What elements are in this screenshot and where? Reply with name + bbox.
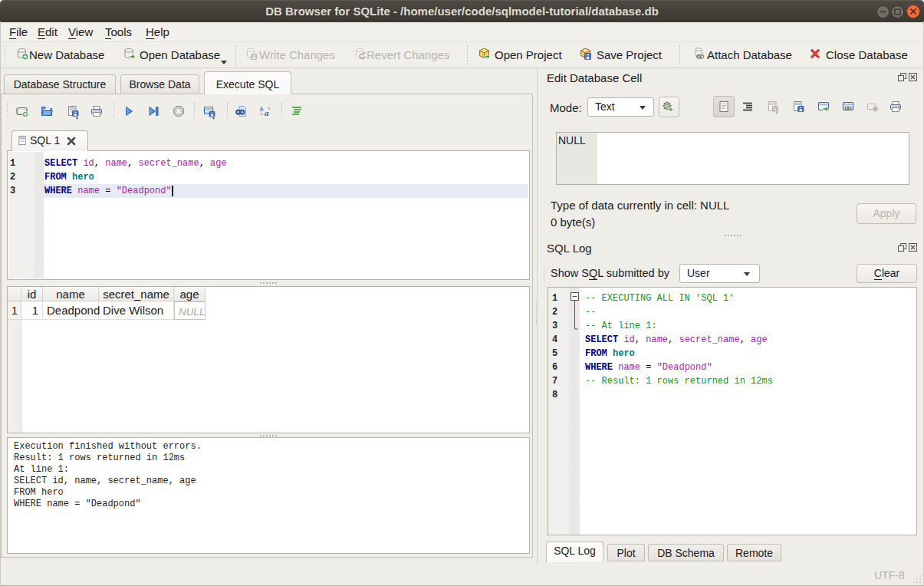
svg-text:b: b [260, 105, 264, 113]
svg-text:a: a [265, 108, 269, 117]
